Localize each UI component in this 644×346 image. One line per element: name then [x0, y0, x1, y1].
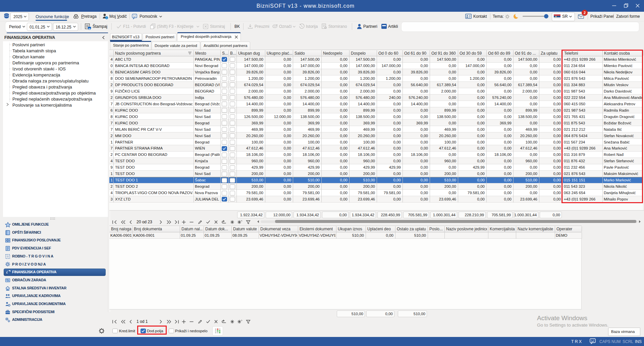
svg-text:i: i — [106, 16, 107, 19]
